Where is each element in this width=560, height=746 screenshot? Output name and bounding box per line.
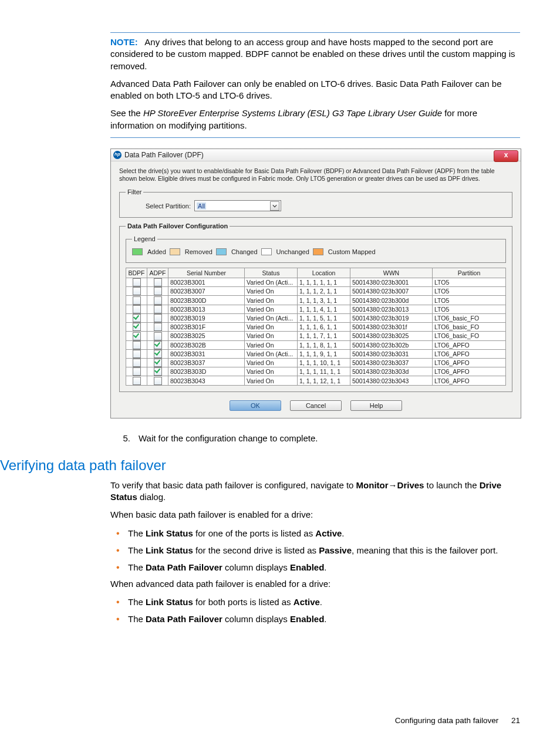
cell-partition: LTO5 (433, 287, 506, 296)
list-item: The Link Status for one of the ports is … (110, 527, 520, 539)
cell-status: Varied On (Acti... (245, 313, 298, 322)
table-row[interactable]: 80023B3031Varied On (Acti...1, 1, 1, 9, … (126, 349, 506, 358)
col-bdpf[interactable]: BDPF (126, 268, 147, 278)
bdpf-checkbox[interactable] (133, 350, 141, 358)
cell-status: Varied On (245, 332, 298, 340)
swatch-added-icon (132, 248, 143, 255)
cell-wwn: 50014380:023b302b (350, 340, 433, 349)
col-serial[interactable]: Serial Number (168, 268, 245, 278)
table-row[interactable]: 80023B3043Varied On1, 1, 1, 12, 1, 15001… (126, 376, 506, 385)
cell-partition: LTO5 (433, 278, 506, 287)
cell-wwn: 50014380:023b301f (350, 323, 433, 332)
adpf-checkbox[interactable] (154, 305, 162, 313)
col-adpf[interactable]: ADPF (147, 268, 168, 278)
list-item: The Link Status for both ports is listed… (110, 596, 520, 608)
bdpf-checkbox[interactable] (133, 359, 141, 367)
cell-serial: 80023B3007 (168, 287, 245, 296)
cell-status: Varied On (245, 296, 298, 305)
cell-location: 1, 1, 1, 9, 1, 1 (298, 349, 350, 358)
table-row[interactable]: 80023B301FVaried On1, 1, 1, 6, 1, 150014… (126, 323, 506, 332)
adpf-checkbox[interactable] (154, 377, 162, 385)
bdpf-checkbox[interactable] (133, 367, 141, 376)
bdpf-checkbox[interactable] (133, 323, 141, 331)
bdpf-checkbox[interactable] (133, 305, 141, 313)
note-box: NOTE: Any drives that belong to an acces… (110, 32, 520, 138)
table-row[interactable]: 80023B3025Varied On1, 1, 1, 7, 1, 150014… (126, 332, 506, 340)
guide-title: HP StoreEver Enterprise Systems Library … (143, 108, 442, 118)
select-partition-value: All (197, 202, 206, 210)
cell-wwn: 50014380:023b300d (350, 296, 433, 305)
cell-location: 1, 1, 1, 7, 1, 1 (298, 332, 350, 340)
note-para-2: Advanced Data Path Failover can only be … (110, 78, 520, 102)
cell-partition: LTO6_APFO (433, 340, 506, 349)
adpf-checkbox[interactable] (154, 287, 162, 295)
table-row[interactable]: 80023B3013Varied On1, 1, 1, 4, 1, 150014… (126, 305, 506, 313)
table-row[interactable]: 80023B300DVaried On1, 1, 1, 3, 1, 150014… (126, 296, 506, 305)
select-partition-label: Select Partition: (146, 202, 191, 210)
cell-location: 1, 1, 1, 3, 1, 1 (298, 296, 350, 305)
cell-serial: 80023B3031 (168, 349, 245, 358)
col-location[interactable]: Location (298, 268, 350, 278)
dpf-dialog: Data Path Failover (DPF) x Select the dr… (110, 148, 521, 418)
adpf-checkbox[interactable] (154, 367, 162, 376)
adpf-checkbox[interactable] (154, 296, 162, 305)
cell-status: Varied On (245, 287, 298, 296)
cell-serial: 80023B3019 (168, 313, 245, 322)
bdpf-checkbox[interactable] (133, 287, 141, 295)
help-button[interactable]: Help (350, 400, 402, 411)
adpf-checkbox[interactable] (154, 323, 162, 331)
col-status[interactable]: Status (245, 268, 298, 278)
bdpf-checkbox[interactable] (133, 377, 141, 385)
table-row[interactable]: 80023B3019Varied On (Acti...1, 1, 1, 5, … (126, 313, 506, 322)
cell-status: Varied On (245, 358, 298, 367)
cell-partition: LTO6_APFO (433, 367, 506, 376)
verify-para-3: When advanced data path failover is enab… (110, 578, 520, 590)
cell-partition: LTO6_basic_FO (433, 332, 506, 340)
cell-wwn: 50014380:023b3007 (350, 287, 433, 296)
cell-wwn: 50014380:023b3001 (350, 278, 433, 287)
page-footer: Configuring data path failover 21 (395, 716, 520, 725)
table-row[interactable]: 80023B302BVaried On1, 1, 1, 8, 1, 150014… (126, 340, 506, 349)
adpf-checkbox[interactable] (154, 332, 162, 340)
adpf-checkbox[interactable] (154, 278, 162, 286)
page-number: 21 (511, 716, 520, 725)
table-row[interactable]: 80023B3037Varied On1, 1, 1, 10, 1, 15001… (126, 358, 506, 367)
adpf-checkbox[interactable] (154, 350, 162, 358)
filter-legend: Filter (126, 188, 143, 195)
cell-partition: LTO6_APFO (433, 349, 506, 358)
col-wwn[interactable]: WWN (350, 268, 433, 278)
footer-text: Configuring data path failover (395, 716, 498, 725)
bdpf-checkbox[interactable] (133, 278, 141, 286)
dialog-instructions: Select the drive(s) you want to enable/d… (119, 167, 512, 183)
bdpf-checkbox[interactable] (133, 332, 141, 340)
bdpf-checkbox[interactable] (133, 314, 141, 322)
list-item: The Link Status for the second drive is … (110, 544, 520, 556)
chevron-down-icon[interactable] (270, 201, 279, 211)
verify-para-2: When basic data path failover is enabled… (110, 509, 520, 521)
cancel-button[interactable]: Cancel (290, 400, 342, 411)
table-row[interactable]: 80023B3007Varied On1, 1, 1, 2, 1, 150014… (126, 287, 506, 296)
cell-location: 1, 1, 1, 5, 1, 1 (298, 313, 350, 322)
cell-serial: 80023B3013 (168, 305, 245, 313)
note-para-3: See the HP StoreEver Enterprise Systems … (110, 107, 520, 131)
basic-bullet-list: The Link Status for one of the ports is … (110, 527, 520, 573)
adpf-checkbox[interactable] (154, 359, 162, 367)
close-button[interactable]: x (494, 150, 518, 162)
select-partition-dropdown[interactable]: All (194, 200, 281, 211)
bdpf-checkbox[interactable] (133, 341, 141, 349)
cell-location: 1, 1, 1, 12, 1, 1 (298, 376, 350, 385)
adpf-checkbox[interactable] (154, 314, 162, 322)
col-partition[interactable]: Partition (433, 268, 506, 278)
ok-button[interactable]: OK (230, 400, 281, 411)
cell-location: 1, 1, 1, 6, 1, 1 (298, 323, 350, 332)
step-number: 5. (110, 433, 139, 444)
table-row[interactable]: 80023B303DVaried On1, 1, 1, 11, 1, 15001… (126, 367, 506, 376)
cell-serial: 80023B3037 (168, 358, 245, 367)
table-row[interactable]: 80023B3001Varied On (Acti...1, 1, 1, 1, … (126, 278, 506, 287)
adpf-checkbox[interactable] (154, 341, 162, 349)
cell-wwn: 50014380:023b3043 (350, 376, 433, 385)
dialog-titlebar[interactable]: Data Path Failover (DPF) x (111, 149, 521, 161)
dialog-button-row: OK Cancel Help (119, 400, 512, 411)
bdpf-checkbox[interactable] (133, 296, 141, 305)
legend-title: Legend (132, 235, 157, 242)
